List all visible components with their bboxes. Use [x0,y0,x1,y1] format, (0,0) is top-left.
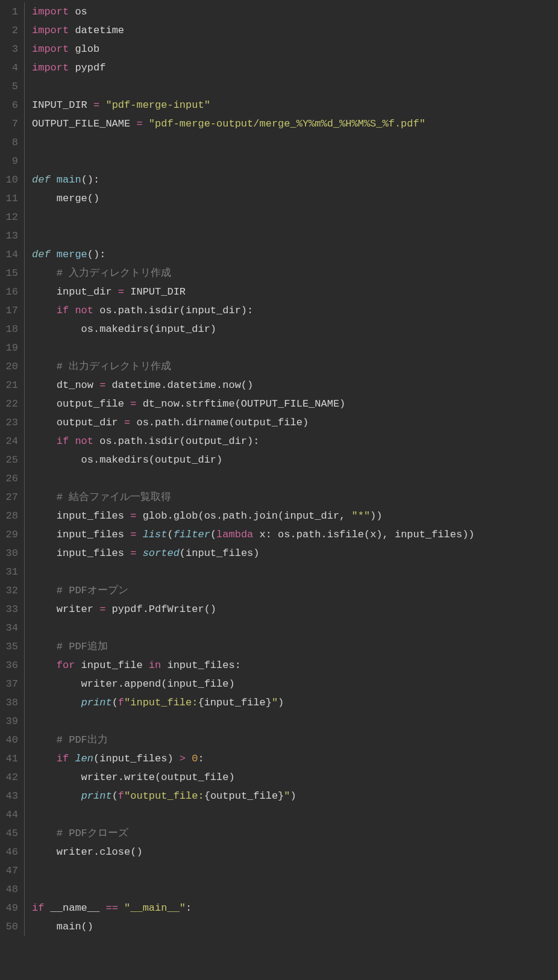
token-id: input_files: [161,660,241,671]
code-line[interactable] [32,861,558,880]
line-number: 46 [0,843,18,861]
code-line[interactable] [32,226,558,245]
code-line[interactable]: merge() [32,189,558,208]
code-line[interactable]: writer.write(output_file) [32,768,558,787]
token-id: pypdf [69,62,105,73]
code-line[interactable]: writer = pypdf.PdfWriter() [32,600,558,619]
code-line[interactable] [32,619,558,637]
code-line[interactable]: output_file = dt_now.strftime(OUTPUT_FIL… [32,395,558,413]
line-number: 8 [0,133,18,152]
line-number: 23 [0,413,18,432]
token-id: input_file [75,660,148,671]
code-line[interactable]: import glob [32,40,558,58]
token-id: os.path.isdir(output_dir): [93,435,259,447]
token-punct: (): [81,174,100,186]
code-line[interactable]: if not os.path.isdir(input_dir): [32,301,558,320]
code-line[interactable]: # 結合ファイル一覧取得 [32,488,558,507]
code-line[interactable]: if len(input_files) > 0: [32,749,558,768]
token-op: = [130,510,136,522]
code-line[interactable]: dt_now = datetime.datetime.now() [32,376,558,395]
code-line[interactable] [32,208,558,226]
code-line[interactable] [32,77,558,96]
token-id: output_file [32,398,130,410]
code-line[interactable]: output_dir = os.path.dirname(output_file… [32,413,558,432]
token-cmt: # PDFクローズ [57,828,128,839]
code-line[interactable]: def main(): [32,170,558,189]
code-line[interactable] [32,469,558,488]
code-line[interactable] [32,152,558,170]
token-id [32,697,81,708]
code-line[interactable]: import datetime [32,21,558,40]
line-number: 38 [0,693,18,712]
token-op: = [99,604,105,615]
token-id: os.path.isdir(input_dir): [93,305,253,316]
line-number: 40 [0,731,18,749]
code-editor[interactable]: 1234567891011121314151617181920212223242… [0,0,558,938]
code-line[interactable] [32,339,558,357]
code-line[interactable]: if not os.path.isdir(output_dir): [32,432,558,451]
token-id: (input_files) [93,753,180,764]
token-id [32,660,57,671]
code-line[interactable]: # PDFクローズ [32,824,558,843]
token-punct: } [266,697,272,708]
code-line[interactable] [32,805,558,824]
line-number: 19 [0,339,18,357]
code-line[interactable]: OUTPUT_FILE_NAME = "pdf-merge-output/mer… [32,114,558,133]
line-number: 33 [0,600,18,619]
token-op: = [118,286,124,298]
code-line[interactable]: # PDFオープン [32,581,558,600]
code-line[interactable]: os.makedirs(input_dir) [32,320,558,339]
code-line[interactable]: if __name__ == "__main__": [32,899,558,917]
code-line[interactable]: # 出力ディレクトリ作成 [32,357,558,376]
token-id [143,118,149,130]
line-number: 9 [0,152,18,170]
code-line[interactable]: input_files = list(filter(lambda x: os.p… [32,525,558,544]
line-number: 7 [0,114,18,133]
code-line[interactable]: # 入力ディレクトリ作成 [32,264,558,282]
code-line[interactable]: main() [32,917,558,936]
code-line[interactable]: writer.append(input_file) [32,675,558,693]
code-line[interactable]: input_dir = INPUT_DIR [32,282,558,301]
token-cmt: # PDFオープン [57,585,128,596]
line-number: 37 [0,675,18,693]
code-content[interactable]: import osimport datetimeimport globimpor… [32,2,558,936]
code-line[interactable]: writer.close() [32,843,558,861]
line-number: 14 [0,245,18,264]
code-line[interactable]: import pypdf [32,58,558,77]
code-line[interactable]: print(f"output_file:{output_file}") [32,787,558,805]
token-id [51,174,57,186]
token-id: writer.close() [32,846,143,858]
code-line[interactable]: print(f"input_file:{input_file}") [32,693,558,712]
code-line[interactable]: os.makedirs(output_dir) [32,451,558,469]
code-line[interactable]: input_files = glob.glob(os.path.join(inp… [32,507,558,525]
code-line[interactable] [32,880,558,899]
token-kw: f [118,697,124,708]
line-number: 18 [0,320,18,339]
line-number: 34 [0,619,18,637]
code-line[interactable] [32,712,558,731]
token-id: OUTPUT_FILE_NAME [32,118,136,130]
token-kw: if [57,435,69,447]
token-op: == [105,902,118,914]
token-id [118,902,124,914]
code-line[interactable]: import os [32,2,558,21]
token-kw: not [75,435,93,447]
code-line[interactable] [32,563,558,581]
code-line[interactable]: # PDF追加 [32,637,558,656]
token-op: = [130,398,136,410]
token-str: "*" [352,510,371,522]
token-str: " [284,790,290,802]
code-line[interactable]: for input_file in input_files: [32,656,558,675]
token-def: def [32,174,51,186]
line-number: 5 [0,77,18,96]
code-line[interactable] [32,133,558,152]
token-op: = [136,118,142,130]
token-def: def [32,249,51,260]
code-line[interactable]: INPUT_DIR = "pdf-merge-input" [32,96,558,114]
line-number: 24 [0,432,18,451]
line-number: 41 [0,749,18,768]
code-line[interactable]: input_files = sorted(input_files) [32,544,558,563]
code-line[interactable]: # PDF出力 [32,731,558,749]
token-id [136,529,142,540]
code-line[interactable]: def merge(): [32,245,558,264]
